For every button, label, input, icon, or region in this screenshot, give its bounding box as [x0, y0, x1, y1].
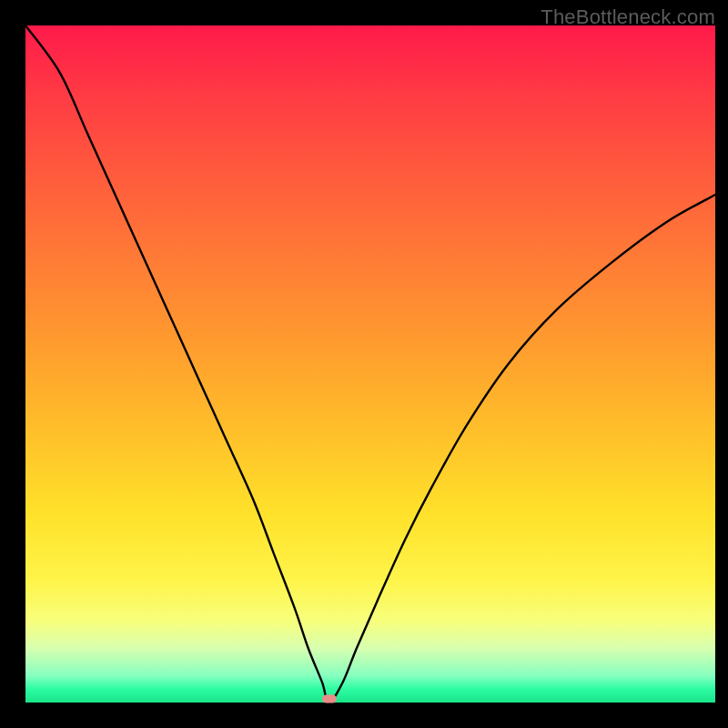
minimum-marker	[322, 695, 337, 703]
bottleneck-curve-path	[25, 25, 715, 703]
curve-svg	[25, 25, 715, 703]
chart-frame: TheBottleneck.com	[0, 0, 728, 728]
watermark-text: TheBottleneck.com	[541, 5, 715, 29]
plot-area	[25, 25, 715, 703]
